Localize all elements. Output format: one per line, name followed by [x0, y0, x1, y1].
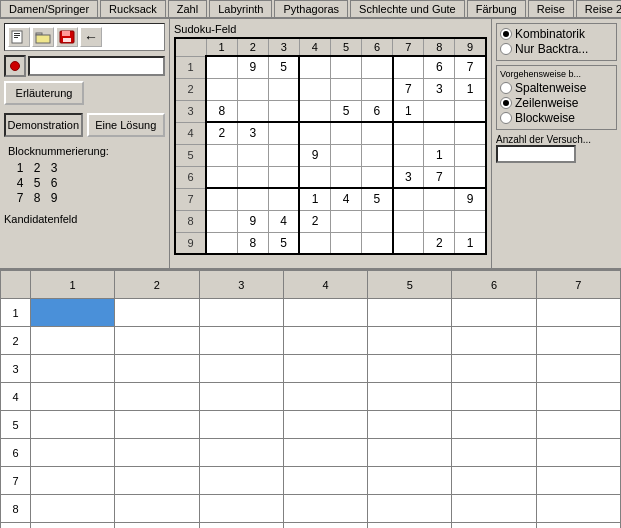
sudoku-cell-9-6[interactable] — [362, 232, 393, 254]
sudoku-cell-4-9[interactable] — [455, 122, 486, 144]
sudoku-cell-3-3[interactable] — [268, 100, 299, 122]
nur-backtra-radio[interactable]: Nur Backtra... — [500, 42, 613, 56]
sudoku-cell-3-7[interactable]: 1 — [393, 100, 424, 122]
kandidaten-cell-5-3[interactable] — [199, 411, 283, 439]
kandidaten-cell-9-7[interactable] — [536, 523, 620, 529]
kandidaten-cell-7-4[interactable] — [283, 467, 367, 495]
sudoku-cell-4-3[interactable] — [268, 122, 299, 144]
tab-labyrinth[interactable]: Labyrinth — [209, 0, 272, 17]
kandidaten-cell-9-4[interactable] — [283, 523, 367, 529]
tab-reise[interactable]: Reise — [528, 0, 574, 17]
sudoku-cell-8-3[interactable]: 4 — [268, 210, 299, 232]
open-button[interactable] — [32, 27, 54, 47]
kandidaten-cell-4-7[interactable] — [536, 383, 620, 411]
kandidaten-cell-1-7[interactable] — [536, 299, 620, 327]
sudoku-cell-7-6[interactable]: 5 — [362, 188, 393, 210]
spaltenweise-radio[interactable]: Spaltenweise — [500, 81, 613, 95]
kandidaten-cell-5-1[interactable] — [31, 411, 115, 439]
kandidaten-cell-9-1[interactable] — [31, 523, 115, 529]
sudoku-cell-2-3[interactable] — [268, 78, 299, 100]
sudoku-cell-1-1[interactable] — [206, 56, 237, 78]
tab-pythagoras[interactable]: Pythagoras — [274, 0, 348, 17]
sudoku-cell-5-6[interactable] — [362, 144, 393, 166]
sudoku-cell-7-7[interactable] — [393, 188, 424, 210]
sudoku-cell-6-9[interactable] — [455, 166, 486, 188]
sudoku-cell-9-8[interactable]: 2 — [424, 232, 455, 254]
kandidaten-cell-6-4[interactable] — [283, 439, 367, 467]
erlaeuterung-button[interactable]: Erläuterung — [4, 81, 84, 105]
sudoku-cell-7-8[interactable] — [424, 188, 455, 210]
kandidaten-cell-3-4[interactable] — [283, 355, 367, 383]
sudoku-cell-1-3[interactable]: 5 — [268, 56, 299, 78]
sudoku-cell-2-9[interactable]: 1 — [455, 78, 486, 100]
sudoku-cell-5-2[interactable] — [237, 144, 268, 166]
sudoku-cell-8-1[interactable] — [206, 210, 237, 232]
sudoku-cell-3-4[interactable] — [299, 100, 330, 122]
tab-damen-springer[interactable]: Damen/Springer — [0, 0, 98, 17]
sudoku-cell-4-5[interactable] — [330, 122, 361, 144]
kandidaten-cell-8-1[interactable] — [31, 495, 115, 523]
sudoku-cell-3-5[interactable]: 5 — [330, 100, 361, 122]
kandidaten-cell-4-1[interactable] — [31, 383, 115, 411]
kandidaten-cell-2-4[interactable] — [283, 327, 367, 355]
kandidaten-cell-5-4[interactable] — [283, 411, 367, 439]
kandidaten-cell-2-1[interactable] — [31, 327, 115, 355]
kandidaten-cell-5-5[interactable] — [368, 411, 452, 439]
sudoku-cell-9-2[interactable]: 8 — [237, 232, 268, 254]
sudoku-cell-4-4[interactable] — [299, 122, 330, 144]
kandidaten-cell-7-6[interactable] — [452, 467, 536, 495]
sudoku-cell-5-5[interactable] — [330, 144, 361, 166]
kandidaten-cell-8-7[interactable] — [536, 495, 620, 523]
sudoku-cell-7-4[interactable]: 1 — [299, 188, 330, 210]
sudoku-cell-8-2[interactable]: 9 — [237, 210, 268, 232]
sudoku-cell-1-5[interactable] — [330, 56, 361, 78]
sudoku-cell-4-1[interactable]: 2 — [206, 122, 237, 144]
kandidaten-cell-7-5[interactable] — [368, 467, 452, 495]
record-button[interactable] — [4, 55, 26, 77]
kandidaten-cell-7-2[interactable] — [115, 467, 199, 495]
kandidaten-cell-8-2[interactable] — [115, 495, 199, 523]
kandidaten-cell-1-1[interactable] — [31, 299, 115, 327]
kandidaten-cell-4-3[interactable] — [199, 383, 283, 411]
sudoku-cell-9-5[interactable] — [330, 232, 361, 254]
kandidaten-cell-6-6[interactable] — [452, 439, 536, 467]
sudoku-cell-3-2[interactable] — [237, 100, 268, 122]
sudoku-cell-2-2[interactable] — [237, 78, 268, 100]
sudoku-cell-6-8[interactable]: 7 — [424, 166, 455, 188]
kandidaten-cell-6-5[interactable] — [368, 439, 452, 467]
kandidaten-cell-7-1[interactable] — [31, 467, 115, 495]
kandidaten-cell-8-5[interactable] — [368, 495, 452, 523]
kandidaten-cell-1-2[interactable] — [115, 299, 199, 327]
sudoku-cell-1-4[interactable] — [299, 56, 330, 78]
eine-loesung-button[interactable]: Eine Lösung — [87, 113, 166, 137]
sudoku-cell-5-3[interactable] — [268, 144, 299, 166]
sudoku-cell-5-7[interactable] — [393, 144, 424, 166]
sudoku-cell-8-9[interactable] — [455, 210, 486, 232]
kandidaten-cell-4-2[interactable] — [115, 383, 199, 411]
kombinatorik-radio[interactable]: Kombinatorik — [500, 27, 613, 41]
zeilenweise-radio[interactable]: Zeilenweise — [500, 96, 613, 110]
kandidaten-cell-7-7[interactable] — [536, 467, 620, 495]
kandidaten-cell-3-2[interactable] — [115, 355, 199, 383]
kandidaten-cell-9-5[interactable] — [368, 523, 452, 529]
kandidaten-cell-5-7[interactable] — [536, 411, 620, 439]
sudoku-cell-9-1[interactable] — [206, 232, 237, 254]
tab-rucksack[interactable]: Rucksack — [100, 0, 166, 17]
kandidaten-cell-6-3[interactable] — [199, 439, 283, 467]
sudoku-cell-8-6[interactable] — [362, 210, 393, 232]
sudoku-cell-9-7[interactable] — [393, 232, 424, 254]
kandidaten-cell-2-2[interactable] — [115, 327, 199, 355]
kandidaten-cell-8-6[interactable] — [452, 495, 536, 523]
sudoku-cell-4-2[interactable]: 3 — [237, 122, 268, 144]
tab-schlechte-und-gute[interactable]: Schlechte und Gute — [350, 0, 465, 17]
sudoku-cell-1-9[interactable]: 7 — [455, 56, 486, 78]
kandidaten-cell-1-5[interactable] — [368, 299, 452, 327]
sudoku-cell-6-5[interactable] — [330, 166, 361, 188]
anzahl-input[interactable] — [496, 145, 576, 163]
sudoku-cell-4-6[interactable] — [362, 122, 393, 144]
sudoku-cell-7-5[interactable]: 4 — [330, 188, 361, 210]
sudoku-cell-1-6[interactable] — [362, 56, 393, 78]
sudoku-cell-3-8[interactable] — [424, 100, 455, 122]
kandidaten-cell-3-7[interactable] — [536, 355, 620, 383]
sudoku-cell-5-1[interactable] — [206, 144, 237, 166]
